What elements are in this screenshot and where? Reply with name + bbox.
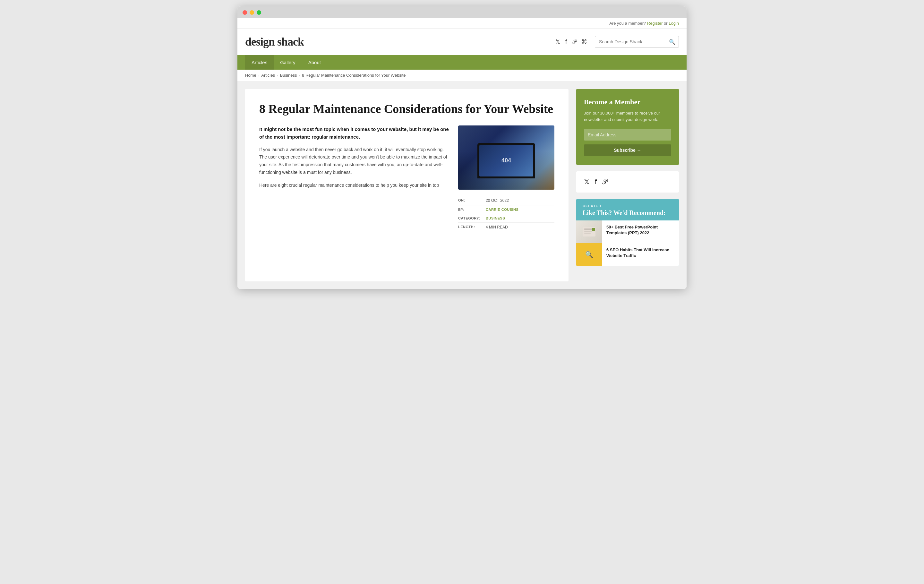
search-box: 🔍 <box>595 36 679 48</box>
article-intro-text: It might not be the most fun topic when … <box>259 125 449 232</box>
or-text: or <box>664 21 668 26</box>
sidebar-facebook-icon[interactable]: f <box>595 178 597 186</box>
breadcrumb-sep-1: › <box>258 74 259 78</box>
article-intro: It might not be the most fun topic when … <box>259 125 554 232</box>
member-text: Are you a member? <box>609 21 646 26</box>
top-bar: Are you a member? Register or Login <box>238 18 686 28</box>
login-link[interactable]: Login <box>668 21 679 26</box>
related-thumb-2: 🔍 <box>576 243 602 266</box>
meta-category-value[interactable]: BUSINESS <box>486 216 505 220</box>
member-email-input[interactable] <box>584 129 671 140</box>
content-area: 8 Regular Maintenance Considerations for… <box>238 81 686 289</box>
related-box: RELATED Like This? We'd Recommend: <box>576 199 679 266</box>
related-thumb-1 <box>576 221 602 243</box>
meta-row-by: BY: CARRIE COUSINS <box>458 205 554 214</box>
breadcrumb-business[interactable]: Business <box>280 73 297 78</box>
sidebar-pinterest-icon[interactable]: 𝒫 <box>602 178 607 186</box>
social-sidebar: 𝕏 f 𝒫 <box>576 172 679 193</box>
breadcrumb-current: 8 Regular Maintenance Considerations for… <box>302 73 406 78</box>
article-image: 404 <box>458 125 554 190</box>
rss-icon[interactable]: ⌘ <box>581 38 587 45</box>
meta-on-label: ON: <box>458 198 480 203</box>
search-thumb-icon: 🔍 <box>585 251 593 258</box>
browser-maximize-btn[interactable] <box>257 10 261 15</box>
related-item-1[interactable]: 50+ Best Free PowerPoint Templates (PPT)… <box>576 221 679 243</box>
main-nav: Articles Gallery About <box>238 55 686 69</box>
article-lead: It might not be the most fun topic when … <box>259 125 449 141</box>
article-main: 8 Regular Maintenance Considerations for… <box>245 89 569 281</box>
sidebar-twitter-icon[interactable]: 𝕏 <box>584 178 590 186</box>
related-header: RELATED Like This? We'd Recommend: <box>576 199 679 221</box>
search-input[interactable] <box>595 36 666 47</box>
nav-link-gallery[interactable]: Gallery <box>274 55 302 69</box>
breadcrumb-articles[interactable]: Articles <box>261 73 275 78</box>
article-image-404: 404 <box>502 157 511 164</box>
related-text-1: 50+ Best Free PowerPoint Templates (PPT)… <box>602 221 679 243</box>
svg-rect-2 <box>584 231 592 232</box>
site-logo[interactable]: design shack <box>245 35 304 48</box>
nav-item-articles[interactable]: Articles <box>245 55 274 69</box>
browser-minimize-btn[interactable] <box>249 10 254 15</box>
member-box: Become a Member Join our 30,000+ members… <box>576 89 679 165</box>
article-body-p2: Here are eight crucial regular maintenan… <box>259 181 449 189</box>
twitter-icon[interactable]: 𝕏 <box>555 38 560 45</box>
laptop-shape: 404 <box>477 143 535 178</box>
meta-length-value: 4 MIN READ <box>486 225 508 229</box>
meta-row-category: CATEGORY: BUSINESS <box>458 214 554 223</box>
site-header: design shack 𝕏 f 𝒫 ⌘ 🔍 <box>238 28 686 55</box>
svg-rect-3 <box>584 233 591 234</box>
nav-item-about[interactable]: About <box>302 55 327 69</box>
related-text-2: 6 SEO Habits That Will Increase Website … <box>602 243 679 266</box>
facebook-icon[interactable]: f <box>565 38 567 45</box>
meta-category-label: CATEGORY: <box>458 216 480 220</box>
related-label: RELATED <box>582 204 672 208</box>
laptop-screen: 404 <box>479 145 533 177</box>
meta-by-label: BY: <box>458 208 480 211</box>
member-desc: Join our 30,000+ members to receive our … <box>584 110 671 122</box>
breadcrumb-sep-3: › <box>299 74 300 78</box>
meta-by-value[interactable]: CARRIE COUSINS <box>486 208 518 211</box>
browser-close-btn[interactable] <box>243 10 247 15</box>
meta-row-length: LENGTH: 4 MIN READ <box>458 223 554 232</box>
social-icons: 𝕏 f 𝒫 ⌘ <box>555 38 587 45</box>
breadcrumb-sep-2: › <box>277 74 278 78</box>
related-item-2[interactable]: 🔍 6 SEO Habits That Will Increase Websit… <box>576 243 679 266</box>
nav-link-about[interactable]: About <box>302 55 327 69</box>
nav-item-gallery[interactable]: Gallery <box>274 55 302 69</box>
subscribe-button[interactable]: Subscribe → <box>584 144 671 156</box>
member-title: Become a Member <box>584 98 671 106</box>
sidebar: Become a Member Join our 30,000+ members… <box>576 89 679 281</box>
related-items: 50+ Best Free PowerPoint Templates (PPT)… <box>576 221 679 266</box>
header-right: 𝕏 f 𝒫 ⌘ 🔍 <box>555 36 679 48</box>
meta-length-label: LENGTH: <box>458 225 480 229</box>
article-body-p1: If you launch a website and then never g… <box>259 146 449 177</box>
related-title: Like This? We'd Recommend: <box>582 209 672 216</box>
register-link[interactable]: Register <box>647 21 663 26</box>
pinterest-icon[interactable]: 𝒫 <box>572 38 576 45</box>
article-image-wrap: 404 ON: 20 OCT 2022 BY: <box>458 125 554 232</box>
nav-link-articles[interactable]: Articles <box>245 55 274 69</box>
breadcrumb: Home › Articles › Business › 8 Regular M… <box>238 69 686 81</box>
article-title: 8 Regular Maintenance Considerations for… <box>259 102 554 117</box>
meta-on-value: 20 OCT 2022 <box>486 198 509 203</box>
article-meta: ON: 20 OCT 2022 BY: CARRIE COUSINS CATEG… <box>458 196 554 232</box>
search-button[interactable]: 🔍 <box>666 36 678 48</box>
breadcrumb-home[interactable]: Home <box>245 73 256 78</box>
meta-row-on: ON: 20 OCT 2022 <box>458 196 554 205</box>
svg-rect-4 <box>592 228 595 231</box>
